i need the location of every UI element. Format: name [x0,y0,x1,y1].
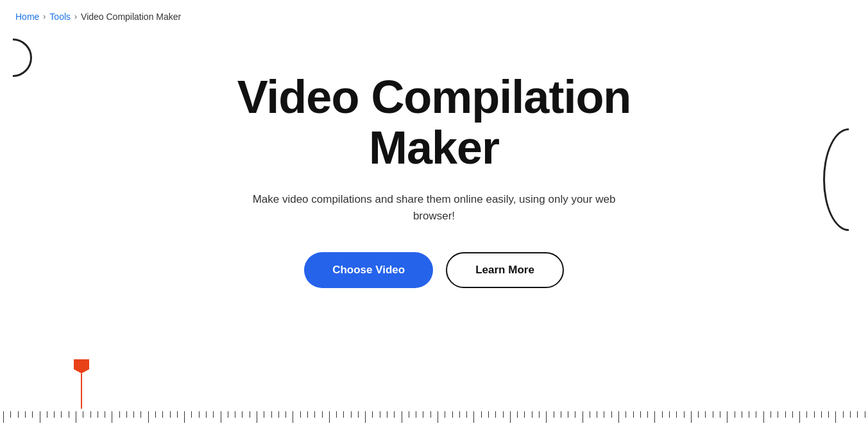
tick [448,411,455,418]
minor-tick [177,411,178,418]
tick [152,411,159,418]
major-tick [691,411,692,423]
minor-tick [517,411,518,418]
minor-tick [336,411,337,418]
minor-tick [90,411,91,418]
marker-head [74,359,89,373]
tick [543,411,550,423]
tick [724,411,731,423]
minor-tick [539,411,540,418]
minor-tick [828,411,829,418]
minor-tick [785,411,786,418]
tick [680,411,687,418]
minor-tick [206,411,207,418]
minor-tick [561,411,561,418]
minor-tick [568,411,568,418]
button-group: Choose Video Learn More [304,252,564,288]
minor-tick [300,411,301,418]
minor-tick [250,411,250,418]
minor-tick [821,411,822,418]
minor-tick [792,411,793,418]
tick [15,411,22,418]
minor-tick [604,411,604,418]
tick [340,411,347,418]
tick [557,411,565,418]
minor-tick [372,411,373,418]
tick [384,411,391,418]
minor-tick [10,411,11,418]
minor-tick [597,411,597,418]
minor-tick [720,411,720,418]
minor-tick [394,411,395,418]
minor-tick [140,411,141,418]
tick [137,411,144,418]
tick [260,411,268,418]
tick [391,411,398,418]
minor-tick [358,411,359,418]
major-tick [293,411,293,423]
minor-tick [380,411,380,418]
tick [289,411,296,423]
minor-tick [676,411,677,418]
tick [521,411,528,418]
minor-tick [843,411,844,418]
breadcrumb-tools[interactable]: Tools [49,12,71,22]
tick [586,411,593,418]
major-tick [438,411,438,423]
tick [710,411,717,418]
minor-tick [770,411,771,418]
tick [427,411,434,418]
minor-tick [524,411,525,418]
tick [536,411,543,418]
minor-tick [466,411,467,418]
tick [818,411,825,418]
tick [369,411,376,418]
choose-video-button[interactable]: Choose Video [304,252,433,288]
minor-tick [235,411,235,418]
tick [311,411,318,418]
major-tick [727,411,728,423]
major-tick [473,411,474,423]
tick [203,411,210,418]
tick [840,411,847,418]
tick [593,411,600,418]
tick [44,411,51,418]
page-subtitle: Make video compilations and share them o… [235,191,633,224]
breadcrumb-home[interactable]: Home [15,12,39,22]
minor-tick [713,411,713,418]
minor-tick [69,411,69,418]
minor-tick [814,411,815,418]
tick [767,411,774,418]
tick [637,411,644,418]
tick [232,411,239,418]
breadcrumb-current: Video Compilation Maker [81,12,181,22]
minor-tick [735,411,735,418]
major-tick [510,411,511,423]
learn-more-button[interactable]: Learn More [446,252,564,288]
tick [239,411,246,418]
major-tick [583,411,583,423]
minor-tick [756,411,756,418]
tick [282,411,289,418]
minor-tick [669,411,670,418]
tick [326,411,333,423]
tick [58,411,65,418]
minor-tick [445,411,445,418]
minor-tick [662,411,663,418]
major-tick [257,411,257,423]
tick [196,411,203,418]
tick [608,411,615,418]
tick [318,411,325,418]
tick [514,411,521,418]
tick [36,411,43,423]
tick [702,411,709,418]
minor-tick [495,411,496,418]
timeline-marker [74,359,89,409]
minor-tick [307,411,308,418]
timeline-ruler [0,409,868,444]
tick [565,411,572,418]
tick [507,411,514,423]
minor-tick [155,411,156,418]
tick [854,411,861,418]
tick [116,411,123,418]
